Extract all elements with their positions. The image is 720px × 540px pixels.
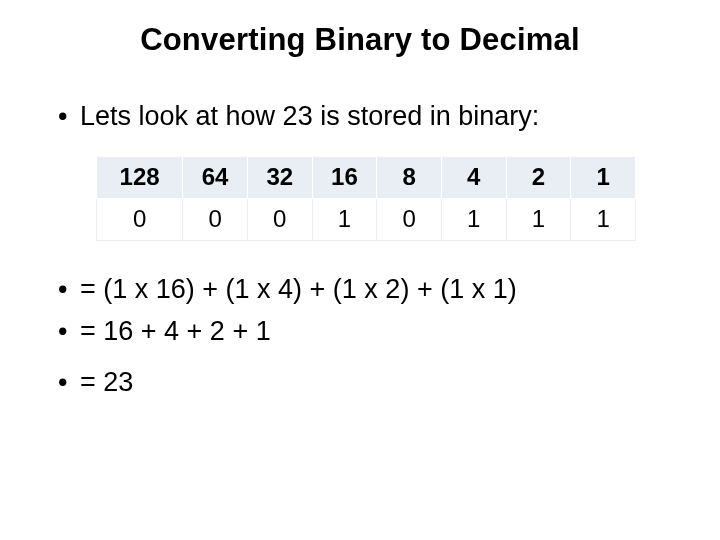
bit-cell: 1 [571,198,636,240]
place-value-cell: 64 [183,156,248,198]
place-value-cell: 128 [97,156,183,198]
bit-cell: 0 [377,198,442,240]
place-value-cell: 2 [506,156,571,198]
place-value-cell: 1 [571,156,636,198]
equation-line: = 16 + 4 + 2 + 1 [52,315,668,349]
bit-cell: 1 [506,198,571,240]
intro-bullet: Lets look at how 23 is stored in binary: [52,100,668,134]
table-row: 128 64 32 16 8 4 2 1 [97,156,636,198]
bit-cell: 1 [312,198,377,240]
slide-title: Converting Binary to Decimal [52,22,668,58]
binary-table-wrap: 128 64 32 16 8 4 2 1 0 0 0 1 0 1 1 1 [96,156,636,241]
intro-list: Lets look at how 23 is stored in binary: [52,100,668,134]
place-value-cell: 4 [441,156,506,198]
bit-cell: 0 [183,198,248,240]
binary-table: 128 64 32 16 8 4 2 1 0 0 0 1 0 1 1 1 [96,156,636,241]
equation-list: = (1 x 16) + (1 x 4) + (1 x 2) + (1 x 1)… [52,273,668,400]
equation-result: = 23 [52,366,668,400]
table-row: 0 0 0 1 0 1 1 1 [97,198,636,240]
bit-cell: 1 [441,198,506,240]
place-value-cell: 8 [377,156,442,198]
place-value-cell: 16 [312,156,377,198]
bit-cell: 0 [247,198,312,240]
place-value-cell: 32 [247,156,312,198]
slide: Converting Binary to Decimal Lets look a… [0,0,720,540]
bit-cell: 0 [97,198,183,240]
equation-line: = (1 x 16) + (1 x 4) + (1 x 2) + (1 x 1) [52,273,668,307]
